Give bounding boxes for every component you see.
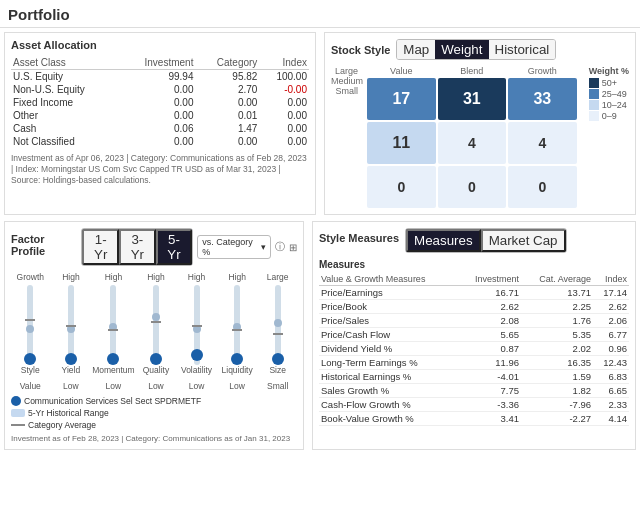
fp-column: HighVolatilityLow	[177, 272, 216, 391]
fp-legend-label-comm: Communication Services Sel Sect SPDRMETF	[24, 396, 201, 406]
ss-grid-cell: 0	[438, 166, 507, 208]
sm-tab-measures[interactable]: Measures	[406, 229, 481, 252]
aa-col-category: Category	[195, 56, 259, 70]
sm-col-investment: Investment	[459, 273, 521, 286]
aa-cell-class: U.S. Equity	[11, 70, 120, 84]
fp-grid-icon[interactable]: ⊞	[289, 242, 297, 253]
fp-legend-dash-avg	[11, 424, 25, 426]
fp-main-dot	[272, 353, 284, 365]
sm-cell-label: Historical Earnings %	[319, 370, 459, 384]
ss-legend-items: 50+25–4910–240–9	[589, 78, 629, 121]
sm-cell-idx: 17.14	[593, 286, 629, 300]
fp-legend-label-avg: Category Average	[28, 420, 96, 430]
sm-cell-cat: 1.76	[521, 314, 593, 328]
fp-range-dot	[152, 313, 160, 321]
aa-col-class: Asset Class	[11, 56, 120, 70]
sm-col-index: Index	[593, 273, 629, 286]
legend-label: 10–24	[602, 100, 627, 110]
sm-cell-inv: 11.96	[459, 356, 521, 370]
fp-col-label-top: High	[62, 272, 79, 282]
legend-label: 0–9	[602, 111, 617, 121]
fp-vs-dropdown[interactable]: vs. Category % ▾	[197, 235, 271, 259]
ss-grid-cell: 31	[438, 78, 507, 120]
fp-legend-range-swatch	[11, 409, 25, 417]
sm-table-row: Cash-Flow Growth % -3.36 -7.96 2.33	[319, 398, 629, 412]
sm-col-label: Value & Growth Measures	[319, 273, 459, 286]
fp-col-name: Quality	[143, 365, 169, 375]
fp-chart-area: GrowthStyleValueHighYieldLowHighMomentum…	[11, 272, 297, 391]
fp-track	[234, 285, 240, 365]
factor-profile-section: Factor Profile 1-Yr 3-Yr 5-Yr vs. Catego…	[4, 221, 304, 450]
legend-swatch	[589, 78, 599, 88]
fp-category-dash	[25, 319, 35, 321]
fp-legend-avg: Category Average	[11, 420, 297, 430]
sm-col-cat-avg: Cat. Average	[521, 273, 593, 286]
fp-slider	[270, 285, 286, 365]
ss-grid-right: Value Blend Growth 1731331144000	[367, 66, 577, 208]
ss-row-small: Small	[331, 86, 358, 96]
sm-cell-cat: 5.35	[521, 328, 593, 342]
fp-category-dash	[66, 325, 76, 327]
fp-header: Factor Profile 1-Yr 3-Yr 5-Yr vs. Catego…	[11, 228, 297, 266]
fp-col-label-bottom: Low	[106, 381, 122, 391]
fp-legend-comm: Communication Services Sel Sect SPDRMETF	[11, 396, 297, 406]
fp-tab-1yr[interactable]: 1-Yr	[82, 229, 119, 265]
tab-historical[interactable]: Historical	[489, 40, 556, 59]
fp-col-label-bottom: Low	[148, 381, 164, 391]
fp-info-icon[interactable]: ⓘ	[275, 240, 285, 254]
aa-cell-idx: -0.00	[259, 83, 309, 96]
sm-cell-idx: 4.14	[593, 412, 629, 426]
ss-col-value: Value	[367, 66, 436, 76]
fp-main-dot	[150, 353, 162, 365]
ss-grid-container: Large Medium Small Value Blend Growth 17…	[331, 66, 629, 208]
aa-cell-idx: 0.00	[259, 122, 309, 135]
fp-col-name: Volatility	[181, 365, 212, 375]
ss-col-growth: Growth	[508, 66, 577, 76]
fp-track	[68, 285, 74, 365]
ss-grid-cell: 0	[367, 166, 436, 208]
sm-cell-cat: 16.35	[521, 356, 593, 370]
tab-weight[interactable]: Weight	[435, 40, 488, 59]
fp-slider	[22, 285, 38, 365]
fp-slider	[189, 285, 205, 365]
tab-map[interactable]: Map	[397, 40, 435, 59]
aa-cell-inv: 99.94	[120, 70, 196, 84]
aa-cell-idx: 0.00	[259, 135, 309, 148]
aa-cell-class: Non-U.S. Equity	[11, 83, 120, 96]
sm-cell-cat: -7.96	[521, 398, 593, 412]
ss-row-medium: Medium	[331, 76, 358, 86]
ss-grid: 1731331144000	[367, 78, 577, 208]
sm-cell-label: Dividend Yield %	[319, 342, 459, 356]
sm-cell-idx: 0.96	[593, 342, 629, 356]
aa-cell-class: Not Classified	[11, 135, 120, 148]
aa-cell-idx: 0.00	[259, 96, 309, 109]
fp-col-name: Momentum	[92, 365, 135, 375]
fp-tab-5yr[interactable]: 5-Yr	[156, 229, 193, 265]
fp-col-label-top: High	[105, 272, 122, 282]
fp-col-name: Liquidity	[222, 365, 253, 375]
aa-col-investment: Investment	[120, 56, 196, 70]
sm-table-row: Price/Sales 2.08 1.76 2.06	[319, 314, 629, 328]
fp-range-dot	[26, 325, 34, 333]
sm-cell-idx: 6.77	[593, 328, 629, 342]
ss-grid-cell: 4	[438, 122, 507, 164]
sm-tab-marketcap[interactable]: Market Cap	[481, 229, 566, 252]
sm-cell-cat: -2.27	[521, 412, 593, 426]
top-row: Asset Allocation Asset Class Investment …	[4, 32, 636, 215]
fp-col-label-bottom: Small	[267, 381, 288, 391]
aa-cell-class: Cash	[11, 122, 120, 135]
fp-track	[153, 285, 159, 365]
main-content: Asset Allocation Asset Class Investment …	[0, 28, 640, 454]
fp-time-tabs: 1-Yr 3-Yr 5-Yr	[81, 228, 193, 266]
chevron-down-icon: ▾	[261, 242, 266, 252]
fp-col-label-bottom: Low	[189, 381, 205, 391]
fp-legend-label-range: 5-Yr Historical Range	[28, 408, 109, 418]
fp-col-label-top: Large	[267, 272, 289, 282]
sm-cell-inv: -4.01	[459, 370, 521, 384]
aa-cell-inv: 0.00	[120, 83, 196, 96]
sm-cell-idx: 2.33	[593, 398, 629, 412]
fp-category-dash	[192, 325, 202, 327]
fp-tab-3yr[interactable]: 3-Yr	[119, 229, 156, 265]
sm-cell-idx: 12.43	[593, 356, 629, 370]
ss-row-labels: Large Medium Small	[331, 66, 361, 208]
